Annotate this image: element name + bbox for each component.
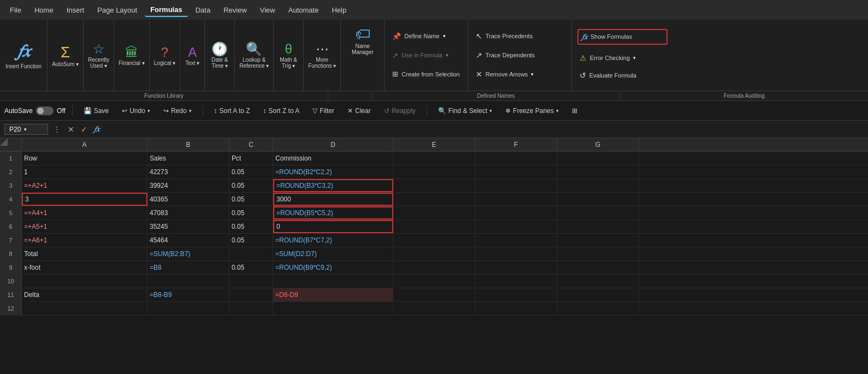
cell-g1[interactable]	[557, 152, 639, 165]
cell-c7[interactable]: 0.05	[229, 234, 273, 247]
formula-bar-dots[interactable]: ⋮	[51, 126, 62, 133]
row-number[interactable]: 4	[0, 193, 22, 206]
cell-a4[interactable]: 3	[22, 193, 147, 206]
row-number[interactable]: 8	[0, 247, 22, 260]
cell-b4[interactable]: 40365	[147, 193, 229, 206]
autosum-button[interactable]: Σ AutoSum ▾	[48, 20, 84, 91]
cell-g10[interactable]	[557, 275, 639, 288]
cell-b8[interactable]: =SUM(B2:B7)	[147, 247, 229, 260]
evaluate-formula-button[interactable]: ↺ Evaluate Formula	[577, 69, 668, 81]
more-functions-button[interactable]: ⋯ MoreFunctions ▾	[304, 20, 341, 91]
cell-g5[interactable]	[557, 206, 639, 219]
cell-a2[interactable]: 1	[22, 165, 147, 179]
financial-button[interactable]: 🏛 Financial ▾	[114, 20, 150, 91]
cell-c2[interactable]: 0.05	[229, 165, 273, 179]
reapply-button[interactable]: ↺ Reapply	[380, 105, 420, 116]
col-header-d[interactable]: D	[273, 138, 393, 151]
cell-a10[interactable]	[22, 275, 147, 288]
cell-b9[interactable]: =B8	[147, 261, 229, 274]
save-button[interactable]: 💾 Save	[79, 105, 113, 116]
cell-e5[interactable]	[393, 206, 475, 219]
error-checking-button[interactable]: ⚠ Error Checking ▾	[577, 52, 668, 64]
cell-c6[interactable]: 0.05	[229, 220, 273, 233]
cell-e3[interactable]	[393, 179, 475, 192]
trace-dependents-button[interactable]: ↗ Trace Dependents	[474, 49, 566, 61]
logical-button[interactable]: ? Logical ▾	[150, 20, 180, 91]
cell-b11[interactable]: =B8-B9	[147, 288, 229, 301]
cell-e8[interactable]	[393, 247, 475, 260]
trace-precedents-button[interactable]: ↖ Trace Precedents	[474, 30, 566, 42]
cell-c8[interactable]	[229, 247, 273, 260]
cell-b7[interactable]: 45464	[147, 234, 229, 247]
cell-e1[interactable]	[393, 152, 475, 165]
fx-icon[interactable]: 𝑓𝑥	[92, 123, 102, 135]
menu-file[interactable]: File	[4, 4, 27, 16]
cell-e11[interactable]	[393, 288, 475, 301]
menu-home[interactable]: Home	[29, 4, 59, 16]
cell-c10[interactable]	[229, 275, 273, 288]
row-number[interactable]: 5	[0, 206, 22, 219]
cell-a6[interactable]: =+A5+1	[22, 220, 147, 233]
row-number[interactable]: 1	[0, 152, 22, 165]
cell-g12[interactable]	[557, 302, 639, 315]
cell-c11[interactable]	[229, 288, 273, 301]
date-time-button[interactable]: 🕐 Date &Time ▾	[205, 20, 235, 91]
cell-a12[interactable]	[22, 302, 147, 315]
recently-used-button[interactable]: ☆ RecentlyUsed ▾	[84, 20, 114, 91]
cell-c3[interactable]: 0.05	[229, 179, 273, 192]
menu-formulas[interactable]: Formulas	[145, 3, 188, 17]
cell-b2[interactable]: 42273	[147, 165, 229, 179]
undo-button[interactable]: ↩ Undo ▾	[117, 105, 155, 116]
cell-d10[interactable]	[273, 275, 393, 288]
cell-a5[interactable]: =+A4+1	[22, 206, 147, 219]
menu-automate[interactable]: Automate	[283, 4, 324, 16]
cell-b1[interactable]: Sales	[147, 152, 229, 165]
cell-g6[interactable]	[557, 220, 639, 233]
cell-g11[interactable]	[557, 288, 639, 301]
filter-button[interactable]: ▽ Filter	[308, 105, 339, 116]
cell-c9[interactable]: 0.05	[229, 261, 273, 274]
cell-f1[interactable]	[475, 152, 557, 165]
row-number[interactable]: 2	[0, 165, 22, 179]
math-trig-button[interactable]: θ Math &Trig ▾	[274, 20, 304, 91]
menu-insert[interactable]: Insert	[61, 4, 90, 16]
cell-a11[interactable]: Delta	[22, 288, 147, 301]
insert-function-button[interactable]: 𝑓𝑥 Insert Function	[0, 20, 48, 91]
cell-g2[interactable]	[557, 165, 639, 179]
show-formulas-button[interactable]: 𝑓𝑥 Show Formulas	[577, 29, 668, 45]
cell-d5[interactable]: =ROUND(B5*C5,2)	[273, 206, 393, 219]
cell-f4[interactable]	[475, 193, 557, 206]
cell-g4[interactable]	[557, 193, 639, 206]
clear-button[interactable]: ✕ Clear	[343, 105, 375, 116]
cell-g7[interactable]	[557, 234, 639, 247]
cell-b12[interactable]	[147, 302, 229, 315]
cell-f12[interactable]	[475, 302, 557, 315]
cell-f9[interactable]	[475, 261, 557, 274]
text-button[interactable]: A Text ▾	[180, 20, 205, 91]
cancel-icon[interactable]: ✕	[66, 124, 76, 135]
cell-a8[interactable]: Total	[22, 247, 147, 260]
formula-input[interactable]	[105, 124, 864, 134]
redo-button[interactable]: ↪ Redo ▾	[159, 105, 196, 116]
create-from-selection-button[interactable]: ⊞ Create from Selection	[390, 68, 462, 80]
cell-a9[interactable]: x-foot	[22, 261, 147, 274]
cell-c4[interactable]: 0.05	[229, 193, 273, 206]
cell-a1[interactable]: Row	[22, 152, 147, 165]
row-number[interactable]: 9	[0, 261, 22, 274]
cell-f8[interactable]	[475, 247, 557, 260]
menu-page-layout[interactable]: Page Layout	[92, 4, 143, 16]
col-header-e[interactable]: E	[393, 138, 475, 151]
cell-b5[interactable]: 47083	[147, 206, 229, 219]
define-name-button[interactable]: 📌 Define Name ▾	[390, 31, 462, 42]
cell-g3[interactable]	[557, 179, 639, 192]
cell-d9[interactable]: =ROUND(B9*C9,2)	[273, 261, 393, 274]
col-header-a[interactable]: A	[22, 138, 147, 151]
cell-d3[interactable]: =ROUND(B3*C3,2)	[273, 179, 393, 192]
cell-e7[interactable]	[393, 234, 475, 247]
row-number[interactable]: 3	[0, 179, 22, 192]
lookup-reference-button[interactable]: 🔍 Lookup &Reference ▾	[235, 20, 274, 91]
cell-f3[interactable]	[475, 179, 557, 192]
cell-d2[interactable]: =ROUND(B2*C2,2)	[273, 165, 393, 179]
cell-c5[interactable]: 0.05	[229, 206, 273, 219]
menu-review[interactable]: Review	[218, 4, 252, 16]
